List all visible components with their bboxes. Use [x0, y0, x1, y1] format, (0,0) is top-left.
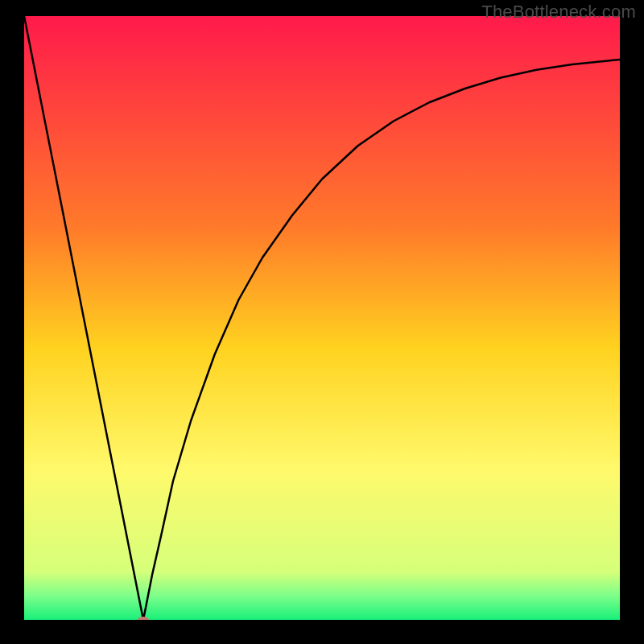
- plot-area: [24, 16, 620, 620]
- watermark-text: TheBottleneck.com: [481, 2, 636, 23]
- chart-frame: TheBottleneck.com: [0, 0, 644, 644]
- gradient-bg: [24, 16, 620, 620]
- plot-svg: [24, 16, 620, 620]
